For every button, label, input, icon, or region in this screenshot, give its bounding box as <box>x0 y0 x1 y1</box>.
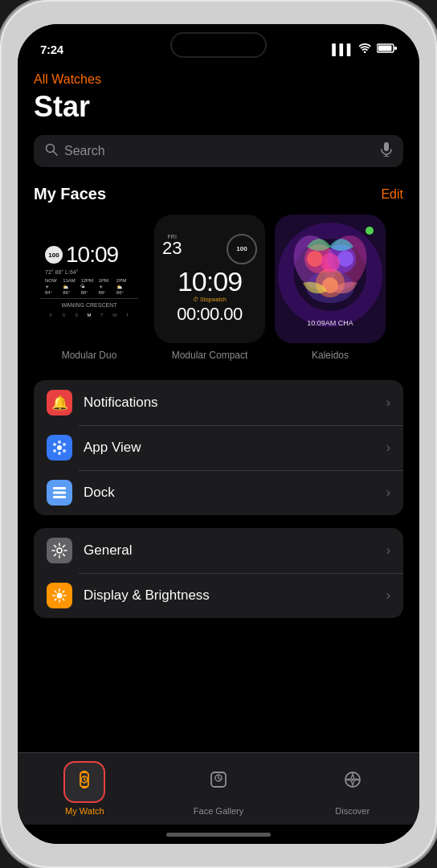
notifications-label: Notifications <box>84 395 375 411</box>
my-faces-header: My Faces Edit <box>34 185 403 203</box>
discover-tab-label: Discover <box>335 806 370 816</box>
main-content[interactable]: All Watches Star Search <box>18 64 419 752</box>
svg-point-23 <box>53 443 56 446</box>
dynamic-island <box>170 32 267 58</box>
status-bar: 7:24 ▌▌▌ <box>18 24 419 64</box>
app-view-chevron: › <box>386 440 390 455</box>
tab-face-gallery[interactable]: Face Gallery <box>152 761 286 816</box>
svg-point-33 <box>57 593 63 599</box>
phone-frame: 7:24 ▌▌▌ <box>0 0 437 868</box>
tab-my-watch[interactable]: My Watch <box>18 761 152 816</box>
face-preview-kaleidoscope: 10:09AM CHA <box>275 215 386 343</box>
dock-icon <box>47 480 72 506</box>
settings-item-dock[interactable]: Dock › <box>34 470 403 515</box>
svg-point-16 <box>307 251 323 267</box>
home-bar <box>166 833 271 837</box>
display-brightness-chevron: › <box>386 588 390 603</box>
face-preview-modular-duo: 100 10:09 72° 88° L:64° NOW11AM12PM1PM2P… <box>34 215 145 343</box>
svg-rect-39 <box>82 786 87 788</box>
settings-item-app-view[interactable]: App View › <box>34 425 403 470</box>
svg-text:10:09AM CHA: 10:09AM CHA <box>307 319 353 327</box>
search-bar[interactable]: Search <box>34 135 403 167</box>
general-icon <box>47 538 72 563</box>
display-brightness-label: Display & Brightness <box>84 588 375 604</box>
face-card-modular-compact[interactable]: FRI 23 100 10:09 ⏱ Stopwatch 00:00.00 <box>154 215 265 361</box>
svg-point-25 <box>53 449 56 452</box>
svg-rect-1 <box>394 47 397 50</box>
settings-item-general[interactable]: General › <box>34 528 403 573</box>
my-watch-icon <box>73 768 96 796</box>
svg-point-26 <box>63 449 66 452</box>
tab-bar: My Watch Face Gallery <box>18 752 419 825</box>
svg-point-46 <box>351 778 353 780</box>
dock-chevron: › <box>386 485 390 500</box>
my-watch-tab-icon-wrap <box>63 761 105 803</box>
battery-icon <box>377 43 397 55</box>
all-watches-link[interactable]: All Watches <box>34 72 403 87</box>
face-card-kaleidoscope[interactable]: 10:09AM CHA Kaleidos <box>275 215 386 361</box>
home-indicator <box>18 825 419 844</box>
svg-point-21 <box>366 227 374 235</box>
svg-point-24 <box>63 443 66 446</box>
svg-rect-2 <box>378 45 392 51</box>
signal-icon: ▌▌▌ <box>332 43 354 55</box>
settings-item-display-brightness[interactable]: Display & Brightness › <box>34 573 403 618</box>
svg-rect-31 <box>53 496 66 498</box>
svg-line-43 <box>218 778 220 780</box>
general-label: General <box>84 542 375 559</box>
face-gallery-icon <box>207 768 230 796</box>
discover-tab-icon-wrap <box>332 761 374 803</box>
svg-point-28 <box>58 452 61 455</box>
svg-point-32 <box>57 548 62 553</box>
app-view-icon <box>47 435 72 461</box>
face-preview-modular-compact: FRI 23 100 10:09 ⏱ Stopwatch 00:00.00 <box>154 215 265 343</box>
edit-button[interactable]: Edit <box>381 187 403 202</box>
mic-icon[interactable] <box>381 142 392 161</box>
svg-rect-5 <box>384 142 389 151</box>
face-label-modular-compact: Modular Compact <box>172 350 248 361</box>
discover-icon <box>341 768 364 796</box>
faces-row: 100 10:09 72° 88° L:64° NOW11AM12PM1PM2P… <box>34 215 403 361</box>
page-title: Star <box>34 90 403 124</box>
face-gallery-tab-label: Face Gallery <box>194 806 243 816</box>
svg-point-27 <box>58 440 61 444</box>
search-icon <box>45 143 58 159</box>
display-brightness-icon <box>47 583 72 608</box>
search-placeholder: Search <box>64 144 374 158</box>
svg-point-22 <box>57 445 62 450</box>
svg-line-37 <box>84 780 86 781</box>
dock-label: Dock <box>84 485 375 501</box>
face-gallery-tab-icon-wrap <box>198 761 239 803</box>
tab-discover[interactable]: Discover <box>285 761 419 816</box>
general-chevron: › <box>386 543 390 558</box>
svg-point-17 <box>337 251 353 267</box>
svg-rect-38 <box>82 771 87 773</box>
notifications-icon: 🔔 <box>47 390 72 416</box>
status-icons: ▌▌▌ <box>332 43 397 55</box>
phone-screen: 7:24 ▌▌▌ <box>18 24 419 844</box>
svg-line-4 <box>54 152 58 156</box>
notifications-chevron: › <box>386 395 390 410</box>
status-time: 7:24 <box>40 43 63 56</box>
svg-point-19 <box>321 253 340 272</box>
svg-rect-29 <box>53 487 66 489</box>
my-watch-tab-label: My Watch <box>65 806 104 816</box>
settings-group-2: General › Display & Brightness › <box>34 528 403 618</box>
face-label-kaleidoscope: Kaleidos <box>312 350 349 361</box>
wifi-icon <box>359 43 372 55</box>
face-label-modular-duo: Modular Duo <box>62 350 117 361</box>
settings-item-notifications[interactable]: 🔔 Notifications › <box>34 380 403 425</box>
app-view-label: App View <box>84 440 375 456</box>
face-card-modular-duo[interactable]: 100 10:09 72° 88° L:64° NOW11AM12PM1PM2P… <box>34 215 145 361</box>
my-faces-title: My Faces <box>34 185 106 203</box>
settings-group-1: 🔔 Notifications › <box>34 380 403 515</box>
svg-rect-30 <box>53 492 66 494</box>
